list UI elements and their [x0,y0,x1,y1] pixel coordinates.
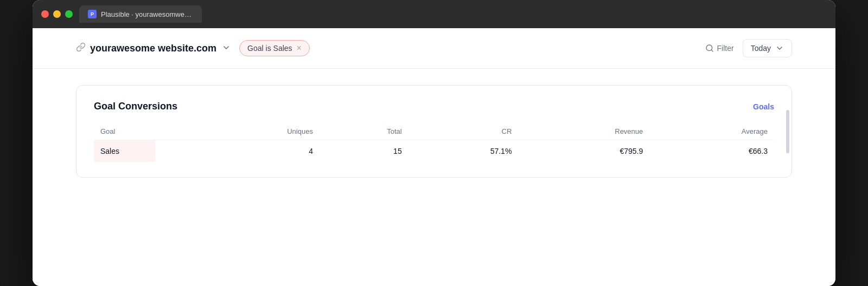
col-cr: CR [409,123,519,140]
goal-name: Sales [100,147,119,155]
scrollbar[interactable] [786,110,789,153]
site-chevron-icon [222,43,231,54]
average-cell: €66.3 [649,140,774,162]
close-button[interactable] [41,10,49,18]
title-bar: P Plausible · yourawesomwebsite [33,0,835,28]
col-total: Total [320,123,409,140]
col-average: Average [649,123,774,140]
browser-tab[interactable]: P Plausible · yourawesomwebsite [79,5,202,23]
period-label: Today [751,44,771,53]
card-header: Goal Conversions Goals [94,101,774,112]
browser-content: yourawesome website.com Goal is Sales × [33,28,835,286]
traffic-lights [41,10,73,18]
site-link[interactable]: yourawesome website.com [76,42,231,54]
goal-conversions-card: Goal Conversions Goals Goal Uniques Tota… [76,85,792,178]
table-row: Sales 4 15 57.1% €795.9 €66.3 [94,140,774,162]
table-header-row: Goal Uniques Total CR Revenue Average [94,123,774,140]
filter-badge-close-icon[interactable]: × [297,44,302,53]
table-body: Sales 4 15 57.1% €795.9 €66.3 [94,140,774,162]
col-revenue: Revenue [518,123,649,140]
goal-conversions-table: Goal Uniques Total CR Revenue Average [94,123,774,162]
site-name: yourawesome website.com [90,43,216,54]
maximize-button[interactable] [65,10,73,18]
cr-cell: 57.1% [409,140,519,162]
filter-button-label: Filter [717,44,734,53]
filter-badge[interactable]: Goal is Sales × [239,40,310,56]
filter-icon [705,44,714,53]
col-uniques: Uniques [196,123,320,140]
tab-title: Plausible · yourawesomwebsite [101,10,193,18]
table-header: Goal Uniques Total CR Revenue Average [94,123,774,140]
tab-favicon: P [88,10,97,18]
filter-badge-text: Goal is Sales [247,44,292,53]
card-title: Goal Conversions [94,101,177,112]
goals-link[interactable]: Goals [753,102,774,111]
period-chevron-icon [775,44,784,53]
uniques-cell: 4 [196,140,320,162]
main-content: Goal Conversions Goals Goal Uniques Tota… [33,69,835,194]
total-cell: 15 [320,140,409,162]
col-goal: Goal [94,123,196,140]
svg-line-1 [711,50,713,51]
filter-button[interactable]: Filter [705,44,734,53]
minimize-button[interactable] [53,10,61,18]
period-selector[interactable]: Today [743,39,792,57]
revenue-cell: €795.9 [518,140,649,162]
browser-window: P Plausible · yourawesomwebsite yourawes… [33,0,835,286]
goal-name-cell: Sales [94,140,196,162]
nav-right: Filter Today [705,39,792,57]
link-icon [76,42,86,54]
nav-bar: yourawesome website.com Goal is Sales × [33,28,835,69]
